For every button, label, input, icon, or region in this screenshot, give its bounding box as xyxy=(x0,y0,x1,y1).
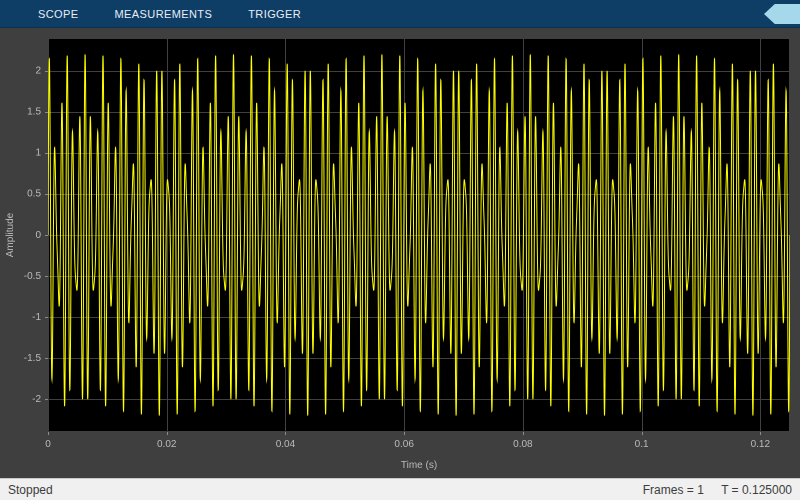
tab-measurements[interactable]: MEASUREMENTS xyxy=(97,0,231,27)
frames-count: Frames = 1 xyxy=(643,483,704,497)
scope-window: SCOPE MEASUREMENTS TRIGGER ? Stopped Fra… xyxy=(0,0,800,500)
tab-trigger[interactable]: TRIGGER xyxy=(230,0,319,27)
status-right-group: Frames = 1 T = 0.125000 xyxy=(629,483,792,497)
toolbar: SCOPE MEASUREMENTS TRIGGER ? xyxy=(0,0,800,28)
scope-plot-canvas[interactable] xyxy=(0,28,800,478)
chevron-banner-icon xyxy=(764,4,800,24)
tab-scope[interactable]: SCOPE xyxy=(20,0,97,27)
help-button[interactable]: ? xyxy=(764,4,794,24)
status-bar: Stopped Frames = 1 T = 0.125000 xyxy=(0,478,800,500)
status-text: Stopped xyxy=(8,483,53,497)
time-value: T = 0.125000 xyxy=(721,483,792,497)
